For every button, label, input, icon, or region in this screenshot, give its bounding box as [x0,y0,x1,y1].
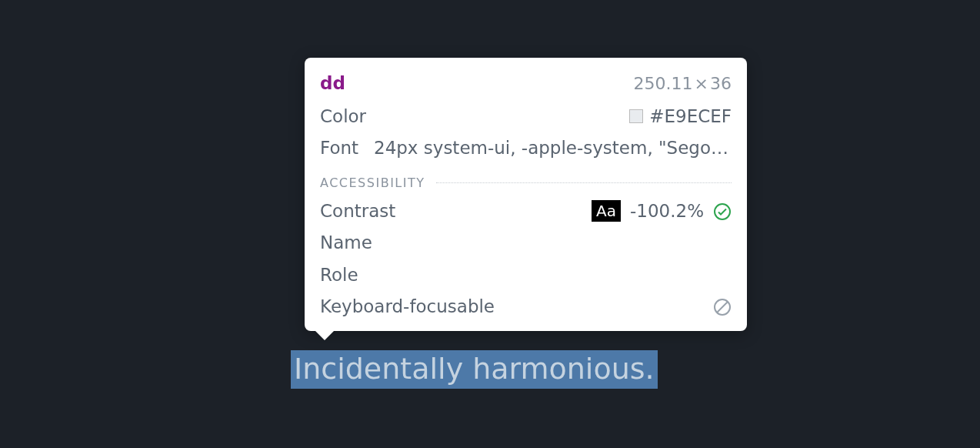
role-row: Role [320,262,732,289]
color-row: Color #E9ECEF [320,103,732,130]
accessible-name-label: Name [320,229,372,256]
section-divider [436,182,732,183]
svg-point-0 [715,204,730,219]
color-hex-value: #E9ECEF [649,103,732,130]
keyboard-focusable-label: Keyboard-focusable [320,293,495,320]
font-value: 24px system-ui, -apple-system, "Segoe… [374,135,732,162]
font-label: Font [320,135,366,162]
color-label: Color [320,103,366,130]
keyboard-focusable-row: Keyboard-focusable [320,293,732,320]
dimensions-height: 36 [710,74,732,93]
color-value-wrap: #E9ECEF [629,103,732,130]
contrast-percent: -100.2% [630,198,704,225]
svg-line-2 [717,302,728,313]
role-label: Role [320,262,366,289]
name-row: Name [320,229,732,256]
contrast-row: Contrast Aa -100.2% [320,198,732,225]
element-dimensions: 250.11×36 [634,71,732,96]
checkmark-circle-icon [713,202,732,220]
font-row: Font 24px system-ui, -apple-system, "Seg… [320,135,732,162]
tooltip-header-row: dd 250.11×36 [320,70,732,97]
accessibility-title: ACCESSIBILITY [320,176,425,190]
accessibility-section-header: ACCESSIBILITY [320,176,732,190]
contrast-value-wrap: Aa -100.2% [592,198,732,225]
contrast-label: Contrast [320,198,395,225]
not-allowed-icon [713,297,732,316]
inspected-element-highlight: Incidentally harmonious. [291,350,658,389]
color-swatch-icon [629,109,643,123]
dimensions-width: 250.11 [634,74,693,93]
contrast-sample-badge: Aa [592,200,621,222]
devtools-element-tooltip: dd 250.11×36 Color #E9ECEF Font 24px sys… [305,58,747,331]
element-tag-name: dd [320,70,345,97]
